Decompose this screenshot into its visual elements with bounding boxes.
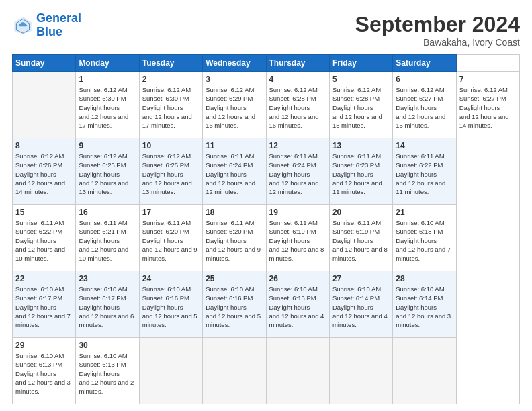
calendar-cell: 13Sunrise: 6:11 AMSunset: 6:23 PMDayligh… <box>329 138 392 205</box>
page: General Blue September 2024 Bawakaha, Iv… <box>0 0 532 411</box>
col-header-thursday: Thursday <box>266 55 329 72</box>
calendar-cell: 8Sunrise: 6:12 AMSunset: 6:26 PMDaylight… <box>13 138 76 205</box>
calendar-week-row: 22Sunrise: 6:10 AMSunset: 6:17 PMDayligh… <box>13 271 520 338</box>
logo-text: General Blue <box>36 12 81 39</box>
calendar-cell: 3Sunrise: 6:12 AMSunset: 6:29 PMDaylight… <box>203 72 266 138</box>
calendar-cell: 21Sunrise: 6:10 AMSunset: 6:18 PMDayligh… <box>393 205 456 271</box>
calendar-cell: 1Sunrise: 6:12 AMSunset: 6:30 PMDaylight… <box>76 72 139 138</box>
calendar-cell-empty <box>266 338 329 404</box>
col-header-monday: Monday <box>76 55 139 72</box>
calendar-cell-empty <box>139 338 202 404</box>
col-header-saturday: Saturday <box>393 55 456 72</box>
title-block: September 2024 Bawakaha, Ivory Coast <box>355 12 520 48</box>
calendar-cell: 25Sunrise: 6:10 AMSunset: 6:16 PMDayligh… <box>203 271 266 338</box>
col-header-sunday: Sunday <box>13 55 76 72</box>
calendar-cell: 24Sunrise: 6:10 AMSunset: 6:16 PMDayligh… <box>139 271 202 338</box>
calendar-cell-empty <box>13 72 76 138</box>
col-header-friday: Friday <box>329 55 392 72</box>
calendar-cell: 30Sunrise: 6:10 AMSunset: 6:13 PMDayligh… <box>76 338 139 404</box>
calendar-cell: 10Sunrise: 6:12 AMSunset: 6:25 PMDayligh… <box>139 138 202 205</box>
location: Bawakaha, Ivory Coast <box>355 37 520 48</box>
calendar-cell: 7Sunrise: 6:12 AMSunset: 6:27 PMDaylight… <box>456 72 519 138</box>
calendar-cell: 4Sunrise: 6:12 AMSunset: 6:28 PMDaylight… <box>266 72 329 138</box>
logo: General Blue <box>12 12 81 39</box>
calendar-cell: 16Sunrise: 6:11 AMSunset: 6:21 PMDayligh… <box>76 205 139 271</box>
calendar-cell-empty <box>393 338 456 404</box>
calendar-cell: 14Sunrise: 6:11 AMSunset: 6:22 PMDayligh… <box>393 138 456 205</box>
calendar-cell: 19Sunrise: 6:11 AMSunset: 6:19 PMDayligh… <box>266 205 329 271</box>
calendar-cell: 12Sunrise: 6:11 AMSunset: 6:24 PMDayligh… <box>266 138 329 205</box>
calendar-cell: 26Sunrise: 6:10 AMSunset: 6:15 PMDayligh… <box>266 271 329 338</box>
calendar-header-row: SundayMondayTuesdayWednesdayThursdayFrid… <box>13 55 520 72</box>
calendar-cell-empty <box>329 338 392 404</box>
logo-icon <box>12 15 34 36</box>
calendar-cell: 20Sunrise: 6:11 AMSunset: 6:19 PMDayligh… <box>329 205 392 271</box>
calendar-cell: 9Sunrise: 6:12 AMSunset: 6:25 PMDaylight… <box>76 138 139 205</box>
calendar-cell: 5Sunrise: 6:12 AMSunset: 6:28 PMDaylight… <box>329 72 392 138</box>
header: General Blue September 2024 Bawakaha, Iv… <box>12 12 520 48</box>
calendar-table: SundayMondayTuesdayWednesdayThursdayFrid… <box>12 54 520 404</box>
calendar-cell: 17Sunrise: 6:11 AMSunset: 6:20 PMDayligh… <box>139 205 202 271</box>
calendar-cell: 22Sunrise: 6:10 AMSunset: 6:17 PMDayligh… <box>13 271 76 338</box>
calendar-week-row: 1Sunrise: 6:12 AMSunset: 6:30 PMDaylight… <box>13 72 520 138</box>
calendar-week-row: 8Sunrise: 6:12 AMSunset: 6:26 PMDaylight… <box>13 138 520 205</box>
col-header-wednesday: Wednesday <box>203 55 266 72</box>
calendar-cell: 11Sunrise: 6:11 AMSunset: 6:24 PMDayligh… <box>203 138 266 205</box>
calendar-cell: 29Sunrise: 6:10 AMSunset: 6:13 PMDayligh… <box>13 338 76 404</box>
calendar-week-row: 15Sunrise: 6:11 AMSunset: 6:22 PMDayligh… <box>13 205 520 271</box>
calendar-cell: 18Sunrise: 6:11 AMSunset: 6:20 PMDayligh… <box>203 205 266 271</box>
calendar-cell: 23Sunrise: 6:10 AMSunset: 6:17 PMDayligh… <box>76 271 139 338</box>
calendar-cell: 6Sunrise: 6:12 AMSunset: 6:27 PMDaylight… <box>393 72 456 138</box>
calendar-week-row: 29Sunrise: 6:10 AMSunset: 6:13 PMDayligh… <box>13 338 520 404</box>
calendar-cell: 27Sunrise: 6:10 AMSunset: 6:14 PMDayligh… <box>329 271 392 338</box>
calendar-cell: 28Sunrise: 6:10 AMSunset: 6:14 PMDayligh… <box>393 271 456 338</box>
month-title: September 2024 <box>355 12 520 37</box>
calendar-cell: 15Sunrise: 6:11 AMSunset: 6:22 PMDayligh… <box>13 205 76 271</box>
calendar-cell-empty <box>203 338 266 404</box>
col-header-tuesday: Tuesday <box>139 55 202 72</box>
calendar-cell: 2Sunrise: 6:12 AMSunset: 6:30 PMDaylight… <box>139 72 202 138</box>
